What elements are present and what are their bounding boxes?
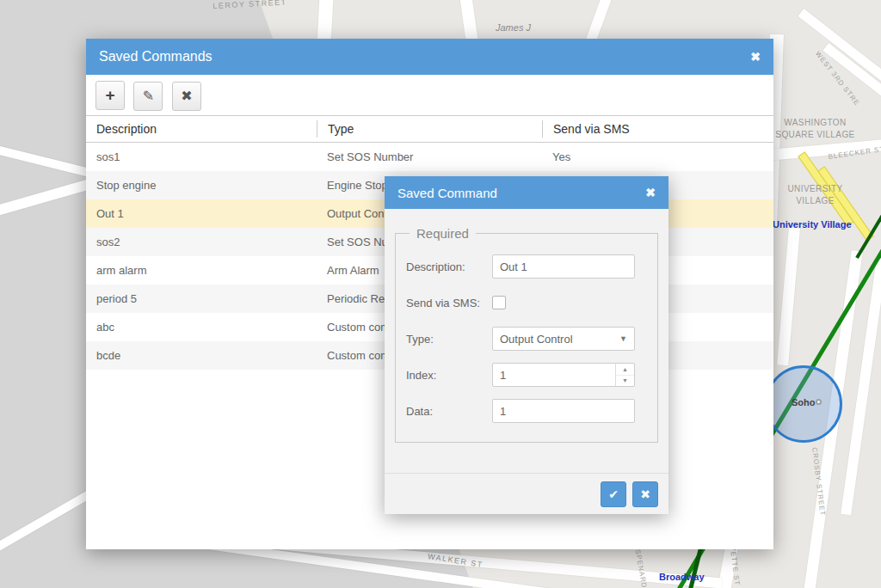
type-field-row: Type: Output Control ▼ [406, 327, 647, 351]
cell-description: sos2 [86, 236, 317, 248]
sms-checkbox[interactable] [492, 296, 506, 309]
column-header-description: Description [86, 120, 317, 138]
map-label: UNIVERSITY VILLAGE [774, 183, 856, 206]
column-header-sms: Send via SMS [542, 120, 773, 138]
map-label: Broadway [659, 572, 705, 582]
sms-label: Send via SMS: [406, 297, 492, 309]
type-select-value: Output Control [500, 333, 573, 346]
cell-description: sos1 [86, 150, 317, 163]
index-stepper[interactable]: ▲ ▼ [492, 363, 635, 387]
delete-command-button[interactable]: ✖ [172, 82, 201, 111]
stepper-arrows: ▲ ▼ [615, 364, 634, 386]
map-label: University Village [773, 219, 852, 230]
x-icon: ✖ [640, 487, 650, 501]
data-field-row: Data: [406, 399, 647, 423]
close-icon[interactable]: ✖ [750, 50, 761, 64]
required-fieldset: Required Description: Send via SMS: Type… [395, 226, 658, 443]
index-input[interactable] [493, 364, 615, 386]
spinner-down-icon[interactable]: ▼ [616, 375, 634, 387]
cell-description: bcde [86, 349, 317, 362]
map-label: Soho [792, 397, 816, 407]
map-label: James J [496, 22, 531, 33]
toolbar: + ✎ ✖ [86, 75, 773, 115]
saved-command-modal: Saved Command ✖ Required Description: Se… [385, 176, 668, 514]
modal-footer: ✔ ✖ [385, 473, 668, 514]
map-label: WASHINGTON SQUARE VILLAGE [774, 117, 856, 140]
map-label: CROSBY STREET [810, 447, 827, 517]
data-label: Data: [406, 405, 492, 418]
data-input[interactable] [492, 399, 635, 423]
cell-description: Stop engine [86, 179, 317, 192]
close-icon[interactable]: ✖ [645, 186, 656, 199]
add-command-button[interactable]: + [95, 81, 125, 110]
dialog-title: Saved Commands [99, 49, 750, 64]
map-label: WALKER ST [427, 552, 484, 569]
table-row[interactable]: sos1 Set SOS Number Yes [86, 143, 773, 171]
description-label: Description: [406, 260, 492, 273]
cell-type: Set SOS Number [317, 150, 542, 163]
type-select[interactable]: Output Control ▼ [492, 327, 635, 351]
map-label: LEROY STREET [213, 0, 287, 10]
cell-description: arm alarm [86, 264, 317, 277]
description-field-row: Description: [406, 254, 647, 279]
spinner-up-icon[interactable]: ▲ [616, 364, 634, 375]
sms-field-row: Send via SMS: [406, 291, 647, 315]
cell-description: abc [86, 321, 317, 334]
table-header: Description Type Send via SMS [86, 115, 773, 143]
confirm-button[interactable]: ✔ [601, 481, 626, 507]
index-field-row: Index: ▲ ▼ [406, 363, 647, 387]
fieldset-legend: Required [410, 226, 476, 241]
modal-title: Saved Command [397, 186, 645, 200]
cell-sms: Yes [542, 150, 773, 163]
edit-command-button[interactable]: ✎ [133, 82, 163, 111]
index-label: Index: [406, 369, 492, 382]
dialog-header[interactable]: Saved Commands ✖ [86, 39, 773, 75]
type-label: Type: [406, 333, 492, 346]
check-icon: ✔ [608, 487, 619, 501]
cancel-button[interactable]: ✖ [632, 481, 658, 507]
column-header-type: Type [317, 120, 542, 138]
chevron-down-icon: ▼ [619, 334, 627, 343]
map-label: BLEECKER STR [828, 144, 881, 161]
description-input[interactable] [492, 254, 635, 279]
cell-description: period 5 [86, 292, 317, 305]
modal-header[interactable]: Saved Command ✖ [385, 176, 668, 209]
map-label: WEST 3RD STRE [814, 50, 861, 107]
cell-description: Out 1 [86, 207, 317, 220]
